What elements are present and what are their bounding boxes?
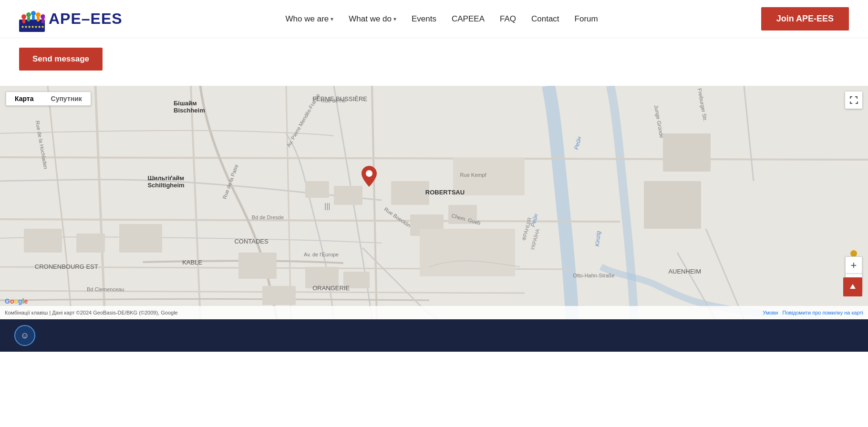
svg-rect-22 bbox=[76, 234, 105, 253]
svg-rect-40 bbox=[453, 157, 525, 195]
report-error-link[interactable]: Повідомити про помилку на карті bbox=[782, 310, 863, 315]
svg-rect-39 bbox=[420, 229, 515, 276]
nav-what-we-do[interactable]: What we do ▾ bbox=[349, 14, 396, 24]
svg-point-2 bbox=[26, 12, 31, 17]
nav-forum[interactable]: Forum bbox=[575, 14, 598, 24]
svg-rect-6 bbox=[22, 19, 25, 23]
svg-rect-38 bbox=[663, 133, 711, 172]
attribution-text: Комбінації клавіш | Дані карт ©2024 GeoB… bbox=[5, 310, 178, 315]
svg-rect-28 bbox=[391, 181, 429, 205]
svg-point-4 bbox=[36, 12, 41, 17]
svg-text:|||: ||| bbox=[324, 202, 330, 210]
chevron-down-icon: ▾ bbox=[393, 16, 396, 22]
footer-bar: ☺ bbox=[0, 319, 868, 352]
svg-rect-7 bbox=[27, 17, 30, 21]
map-container[interactable]: ||| Карта Супутник БішаймBischheim FERME… bbox=[0, 86, 868, 319]
fullscreen-icon bbox=[849, 96, 858, 104]
send-message-button[interactable]: Send message bbox=[19, 48, 103, 71]
svg-point-41 bbox=[366, 170, 372, 177]
logo-icon: ★★★★★★★ bbox=[19, 6, 45, 32]
logo-link[interactable]: ★★★★★★★ APE–EES bbox=[19, 6, 123, 32]
map-fullscreen-button[interactable] bbox=[845, 92, 862, 109]
svg-rect-32 bbox=[262, 286, 296, 305]
footer-icon-button[interactable]: ☺ bbox=[14, 325, 35, 346]
svg-rect-27 bbox=[343, 272, 370, 288]
map-type-satellite-button[interactable]: Супутник bbox=[42, 92, 91, 105]
svg-rect-26 bbox=[305, 267, 339, 288]
nav-who-we-are[interactable]: Who we are ▾ bbox=[286, 14, 334, 24]
svg-point-3 bbox=[31, 11, 36, 16]
svg-rect-37 bbox=[644, 181, 701, 229]
nav-capeea[interactable]: CAPEEA bbox=[452, 14, 485, 24]
nav-faq[interactable]: FAQ bbox=[500, 14, 516, 24]
nav-contact[interactable]: Contact bbox=[531, 14, 559, 24]
main-nav: Who we are ▾ What we do ▾ Events CAPEEA … bbox=[286, 14, 598, 24]
chevron-down-icon: ▾ bbox=[331, 16, 333, 22]
svg-rect-30 bbox=[448, 205, 477, 224]
map-scroll-button[interactable] bbox=[843, 277, 862, 296]
content-area: Send message bbox=[0, 38, 868, 86]
map-type-map-button[interactable]: Карта bbox=[6, 92, 42, 105]
svg-point-1 bbox=[21, 14, 26, 19]
logo-text: APE–EES bbox=[49, 10, 123, 28]
attribution-links: Умови Повідомити про помилку на карті bbox=[763, 310, 863, 315]
svg-point-5 bbox=[41, 14, 45, 19]
svg-text:★★★★★★★: ★★★★★★★ bbox=[21, 25, 44, 29]
svg-rect-25 bbox=[334, 186, 362, 205]
svg-rect-24 bbox=[305, 181, 329, 198]
map-type-controls: Карта Супутник bbox=[6, 92, 91, 106]
svg-rect-23 bbox=[119, 224, 162, 253]
google-logo: Google bbox=[5, 297, 28, 305]
zoom-in-button[interactable]: + bbox=[845, 256, 862, 274]
svg-rect-21 bbox=[24, 229, 62, 253]
join-button[interactable]: Join APE-EES bbox=[761, 7, 849, 30]
svg-rect-12 bbox=[0, 86, 868, 319]
arrow-up-icon bbox=[848, 282, 858, 292]
location-pin-icon bbox=[362, 166, 377, 187]
svg-rect-10 bbox=[41, 19, 44, 23]
nav-events[interactable]: Events bbox=[412, 14, 436, 24]
map-attribution: Комбінації клавіш | Дані карт ©2024 GeoB… bbox=[0, 306, 868, 319]
terms-link[interactable]: Умови bbox=[763, 310, 778, 315]
map-background: ||| bbox=[0, 86, 868, 319]
svg-rect-31 bbox=[238, 253, 277, 279]
smiley-icon: ☺ bbox=[21, 331, 29, 341]
svg-rect-9 bbox=[37, 17, 40, 21]
header: ★★★★★★★ APE–EES Who we are ▾ What we do … bbox=[0, 0, 868, 38]
svg-point-42 bbox=[850, 250, 857, 257]
svg-rect-8 bbox=[32, 15, 35, 20]
map-pin bbox=[362, 166, 377, 189]
